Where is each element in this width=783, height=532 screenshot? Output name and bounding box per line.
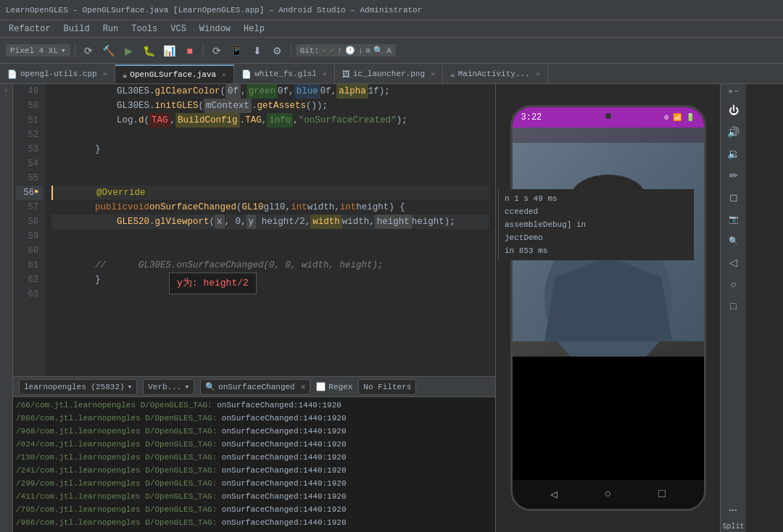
tab-mainactivity[interactable]: ☕ MainActivity... ✕: [443, 65, 548, 83]
split-btn[interactable]: Split: [722, 523, 744, 531]
line-num-50: 50: [16, 99, 43, 113]
close-tab-openglsurface[interactable]: ✕: [222, 70, 226, 79]
right-toolbar-top: ✕ ─: [728, 87, 738, 96]
git-badge[interactable]: Git: ✓ ✓ ↑ 🕐 ↓ ⊙ 🔍 A: [296, 44, 396, 57]
menu-run[interactable]: Run: [97, 22, 125, 36]
left-sidebar: ⚡: [0, 84, 13, 532]
device-screen: [513, 128, 704, 480]
right-status-line3: assembleDebug] in: [505, 218, 688, 231]
device-camera: [605, 113, 611, 119]
debug-btn[interactable]: 🐛: [141, 42, 158, 59]
nav-home[interactable]: ○: [605, 488, 612, 501]
close-tab-ic-launcher[interactable]: ✕: [431, 70, 435, 78]
right-status-line2: cceeded: [505, 205, 688, 218]
menu-refactor[interactable]: Refactor: [3, 22, 57, 36]
editor-area: 49 50 51 52 53 54 55 56 ⚑ 57 58 59 60 61…: [13, 84, 495, 532]
nav-back[interactable]: ◁: [550, 487, 558, 502]
code-line-54: [51, 157, 489, 171]
tab-openglsurface[interactable]: ☕ OpenGLSurface.java ✕: [115, 65, 234, 83]
close-tab-opengl-utils[interactable]: ✕: [103, 70, 107, 78]
log-line-10: /966/com.jtl.learnopengles D/OpenGLES_TA…: [16, 516, 492, 529]
code-line-60: [51, 244, 489, 258]
close-tab-white-fs[interactable]: ✕: [323, 70, 327, 78]
stop-btn[interactable]: ■: [181, 42, 199, 59]
log-line-6: /241/com.jtl.learnopengles D/OpenGLES_TA…: [16, 464, 492, 477]
code-line-63: [51, 287, 489, 302]
line-num-52: 52: [16, 128, 43, 142]
title-text: LearnOpenGLES – OpenGLSurface.java [Lear…: [6, 6, 422, 14]
line-num-62: 62: [16, 273, 43, 287]
log-panel: learnopengles (25832) ▾ Verb... ▾ 🔍 onSu…: [13, 376, 495, 532]
log-no-filters[interactable]: No Filters: [358, 379, 416, 395]
code-line-61: // GL30ES.onSurfaceChanged(0, 0, width, …: [51, 258, 489, 273]
back-nav-button[interactable]: ◁: [724, 252, 744, 273]
close-tab-mainactivity[interactable]: ✕: [536, 70, 540, 78]
sdk-btn[interactable]: ⬇: [249, 42, 266, 59]
log-content: /66/com.jtl.learnopengles D/OpenGLES_TAG…: [13, 397, 495, 532]
log-line-8: /411/com.jtl.learnopengles D/OpenGLES_TA…: [16, 490, 492, 503]
line-num-49: 49: [16, 84, 43, 99]
square-nav-button[interactable]: □: [724, 296, 744, 316]
zoom-icon: 🔍: [729, 236, 739, 246]
line-num-59: 59: [16, 229, 43, 244]
code-line-62: }: [51, 273, 489, 287]
device-nav-bar: ◁ ○ □: [513, 480, 704, 509]
log-regex-checkbox[interactable]: Regex: [316, 382, 352, 391]
build-btn[interactable]: 🔨: [100, 42, 117, 59]
code-line-55: [51, 171, 489, 186]
tab-white-fs[interactable]: 📄 white_fs.glsl ✕: [234, 65, 335, 83]
line-num-61: 61: [16, 258, 43, 273]
sync-btn[interactable]: ⟳: [80, 42, 97, 59]
volume-up-button[interactable]: 🔊: [724, 122, 744, 142]
run-btn[interactable]: ▶: [120, 42, 138, 59]
volume-up-icon: 🔊: [727, 126, 740, 138]
camera-button[interactable]: 📷: [724, 209, 744, 229]
line-num-55: 55: [16, 171, 43, 186]
volume-down-button[interactable]: 🔉: [724, 144, 744, 164]
menu-vcs[interactable]: VCS: [165, 22, 192, 36]
menu-tools[interactable]: Tools: [125, 22, 163, 36]
settings-btn[interactable]: ⚙: [269, 42, 286, 59]
avd-btn[interactable]: 📱: [228, 42, 246, 59]
code-editor[interactable]: 49 50 51 52 53 54 55 56 ⚑ 57 58 59 60 61…: [13, 84, 495, 376]
pen-button[interactable]: ✏: [724, 165, 744, 186]
line-num-56: 56 ⚑: [16, 186, 43, 200]
profile-btn[interactable]: 📊: [161, 42, 178, 59]
circle-nav-button[interactable]: ○: [724, 274, 744, 294]
tab-opengl-utils[interactable]: 📄 opengl-utils.cpp ✕: [0, 65, 115, 83]
tab-ic-launcher[interactable]: 🖼 ic_launcher.png ✕: [335, 65, 443, 83]
square-icon: □: [730, 300, 736, 312]
log-line-1: /66/com.jtl.learnopengles D/OpenGLES_TAG…: [16, 399, 492, 412]
sync2-btn[interactable]: ⟳: [208, 42, 225, 59]
menu-window[interactable]: Window: [194, 22, 236, 36]
camera-icon: 📷: [729, 215, 739, 224]
code-line-57: public void onSurfaceChanged(GL10 gl10, …: [51, 200, 489, 215]
menu-help[interactable]: Help: [238, 22, 270, 36]
nav-recent[interactable]: □: [658, 488, 666, 501]
right-panel: 3:22 ⚙ 📶 🔋: [495, 84, 720, 532]
device-status-icons: ⚙ 📶 🔋: [664, 113, 695, 122]
menu-build[interactable]: Build: [58, 22, 96, 36]
code-content[interactable]: GL30ES.glClearColor(0f, green0f, blue0f,…: [46, 84, 495, 376]
log-search-input[interactable]: 🔍 onSurfaceChanged ✕: [200, 379, 310, 395]
code-line-51: Log.d(TAG, BuildConfig.TAG, info, "onSur…: [51, 113, 489, 128]
device-selector[interactable]: Pixel 4 XL ▾: [6, 44, 70, 57]
line-num-53: 53: [16, 142, 43, 157]
power-button[interactable]: [724, 100, 744, 120]
log-line-4: /024/com.jtl.learnopengles D/OpenGLES_TA…: [16, 438, 492, 451]
more-button[interactable]: •••: [724, 499, 744, 520]
circle-icon: ○: [730, 278, 736, 290]
volume-down-icon: 🔉: [727, 148, 740, 159]
more-icon: •••: [729, 507, 737, 513]
right-status-line5: in 853 ms: [505, 244, 688, 257]
log-filter-dropdown[interactable]: learnopengles (25832) ▾: [19, 379, 137, 395]
menu-bar: Refactor Build Run Tools VCS Window Help: [0, 20, 783, 38]
zoom-button[interactable]: 🔍: [724, 230, 744, 251]
code-line-53: }: [51, 142, 489, 157]
device-time: 3:22: [521, 112, 542, 122]
code-line-50: GL30ES.initGLES(mContext.getAssets());: [51, 99, 489, 113]
far-right-toolbar: ✕ ─ 🔊 🔉 ✏ ◻ 📷 🔍 ◁ ○ □: [720, 84, 746, 532]
log-verbose-dropdown[interactable]: Verb... ▾: [143, 379, 194, 395]
eraser-button[interactable]: ◻: [724, 187, 744, 207]
code-line-56: @Override: [51, 186, 489, 200]
